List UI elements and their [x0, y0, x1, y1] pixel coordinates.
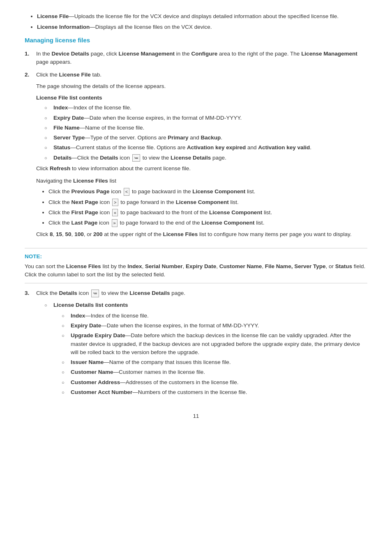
nav-bullet-list: Click the Previous Page icon < to page b…	[36, 188, 367, 227]
license-details-list-heading: License Details list contents	[53, 302, 128, 308]
step-2: 2. Click the License File tab. The page …	[25, 71, 367, 242]
details-icon-step3: ≔	[91, 290, 99, 297]
note-box: NOTE: You can sort the License Files lis…	[25, 248, 367, 284]
step-2-intro: Click the License File tab.	[36, 71, 367, 79]
details-item: Details—Click the Details icon ≔ to view…	[44, 154, 367, 162]
ld-index: Index—Index of the license file.	[62, 312, 367, 320]
step-3-intro: Click the Details icon ≔ to view the Lic…	[36, 289, 367, 297]
next-page-item: Click the Next Page icon > to page forwa…	[48, 198, 367, 206]
index-item: Index—Index of the license file.	[44, 104, 367, 112]
ld-customer-name: Customer Name—Customer names in the lice…	[62, 368, 367, 376]
pagination-text: Click 8, 15, 50, 100, or 200 at the uppe…	[36, 230, 367, 239]
ld-upgrade-expiry-date: Upgrade Expiry Date—Date before which th…	[62, 331, 367, 357]
step-1-num: 1.	[25, 50, 36, 58]
license-info-label: License Information	[37, 24, 90, 30]
ld-expiry-date: Expiry Date—Date when the license expire…	[62, 322, 367, 330]
license-details-sub-list: License Details list contents Index—Inde…	[36, 301, 367, 399]
ld-customer-address: Customer Address—Addresses of the custom…	[62, 378, 367, 387]
nav-section: Navigating the License Files list Click …	[36, 177, 367, 239]
expiry-date-item: Expiry Date—Date when the license expire…	[44, 114, 367, 122]
page-number: 11	[25, 412, 367, 420]
server-type-item: Server Type—Type of the server. Options …	[44, 134, 367, 142]
license-details-heading-item: License Details list contents Index—Inde…	[44, 301, 367, 399]
step-1: 1. In the Device Details page, click Lic…	[25, 50, 367, 67]
license-mgmt-label2: License Management	[301, 51, 357, 57]
ld-issuer-name: Issuer Name—Name of the company that iss…	[62, 358, 367, 366]
step-3-num: 3.	[25, 289, 36, 297]
license-file-list-heading: License File list contents	[36, 94, 367, 102]
license-info-item: License Information—Displays all the lic…	[37, 23, 367, 31]
next-page-icon: >	[112, 199, 118, 206]
intro-bullet-list: License File—Uploads the license file fo…	[25, 12, 367, 32]
section-heading: Managing license files	[25, 36, 367, 45]
license-file-tab-label: License File	[59, 72, 91, 78]
license-mgmt-label: License Management	[118, 51, 175, 57]
license-file-item: License File—Uploads the license file fo…	[37, 12, 367, 21]
license-info-text: —Displays all the license files on the V…	[90, 24, 212, 30]
device-details-label: Device Details	[52, 51, 90, 57]
note-heading: NOTE:	[25, 253, 367, 261]
configure-label: Configure	[191, 51, 217, 57]
license-details-dash-list: Index—Index of the license file. Expiry …	[53, 312, 367, 396]
nav-intro: Navigating the License Files list	[36, 177, 367, 185]
refresh-text: Click Refresh to view information about …	[36, 165, 367, 173]
last-page-icon: »	[112, 219, 118, 227]
first-page-icon: «	[112, 209, 118, 217]
license-file-text: —Uploads the license file for the VCX de…	[69, 13, 339, 19]
step-3: 3. Click the Details icon ≔ to view the …	[25, 289, 367, 400]
previous-page-item: Click the Previous Page icon < to page b…	[48, 188, 367, 196]
details-icon: ≔	[132, 154, 140, 162]
status-item: Status—Current status of the license fil…	[44, 144, 367, 152]
license-file-label: License File	[37, 13, 69, 19]
step-2-num: 2.	[25, 71, 36, 79]
step-2-sub-intro: The page showing the details of the lice…	[36, 82, 367, 90]
previous-page-icon: <	[124, 188, 129, 196]
last-page-item: Click the Last Page icon » to page forwa…	[48, 219, 367, 227]
step-3-content: Click the Details icon ≔ to view the Lic…	[36, 289, 367, 400]
license-file-list: Index—Index of the license file. Expiry …	[36, 104, 367, 162]
step-1-content: In the Device Details page, click Licens…	[36, 50, 367, 67]
file-name-item: File Name—Name of the license file.	[44, 124, 367, 132]
step-2-content: Click the License File tab. The page sho…	[36, 71, 367, 242]
note-text: You can sort the License Files list by t…	[25, 262, 367, 279]
first-page-item: Click the First Page icon « to page back…	[48, 209, 367, 217]
ld-customer-acct-number: Customer Acct Number—Numbers of the cust…	[62, 388, 367, 396]
